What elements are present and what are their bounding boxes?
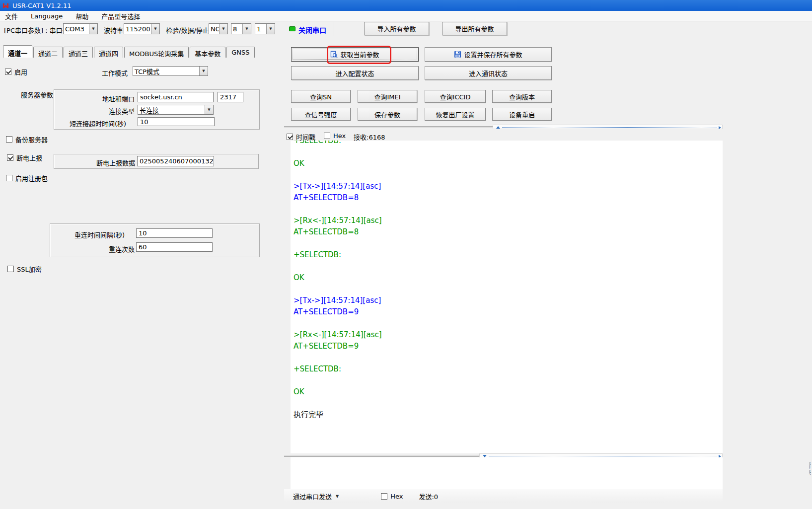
recv-hex-label: Hex — [333, 132, 346, 140]
enter-comm-button[interactable]: 进入通讯状态 — [425, 66, 552, 80]
tab[interactable]: 通道二 — [33, 47, 63, 58]
log-line: OK — [294, 272, 723, 284]
tab[interactable]: 通道一 — [3, 45, 32, 58]
tab[interactable]: 基本参数 — [190, 47, 225, 58]
port-input[interactable]: 2317 — [218, 92, 243, 102]
checkbox-icon — [6, 136, 12, 143]
tab[interactable]: 通道三 — [64, 47, 93, 58]
conn-type-value: 长连接 — [138, 105, 205, 115]
parity-label: 检验/数据/停止 — [166, 25, 209, 35]
splitter-line[interactable] — [284, 126, 493, 128]
close-port-button[interactable]: 关闭串口 — [298, 25, 326, 35]
log-line: 执行完毕 — [294, 409, 723, 421]
chevron-down-icon: ▼ — [242, 24, 251, 34]
ssl-label: SSL加密 — [17, 264, 42, 274]
databits-value: 8 — [231, 25, 242, 33]
export-params-button[interactable]: 导出所有参数 — [442, 22, 507, 35]
query-iccid-button[interactable]: 查询ICCID — [425, 90, 486, 103]
stopbits-select[interactable]: 1 ▼ — [255, 23, 275, 34]
query-version-button[interactable]: 查询版本 — [492, 90, 552, 103]
address-input[interactable]: socket.usr.cn — [138, 92, 214, 102]
baud-select[interactable]: 115200 ▼ — [124, 23, 160, 34]
chevron-down-icon: ▼ — [205, 105, 213, 114]
parity-select[interactable]: NONI ▼ — [209, 23, 228, 34]
import-params-button[interactable]: 导入所有参数 — [364, 22, 429, 35]
log-line: AT+SELECTDB=9 — [294, 306, 723, 318]
enter-config-button[interactable]: 进入配置状态 — [291, 66, 419, 80]
power-report-checkbox[interactable]: 断电上报 — [7, 153, 42, 162]
log-line: AT+SELECTDB=9 — [294, 341, 723, 352]
chevron-down-icon: ▼ — [219, 24, 227, 34]
work-mode-select[interactable]: TCP模式 ▼ — [133, 66, 208, 76]
short-timeout-value: 10 — [140, 118, 148, 126]
checkbox-icon — [5, 69, 11, 75]
receive-log[interactable]: +SELECTDB: OK >[Tx->][14:57:14][asc]AT+S… — [291, 141, 723, 453]
send-input[interactable] — [291, 457, 723, 489]
save-icon — [454, 51, 461, 58]
log-line — [294, 169, 723, 181]
reg-pack-checkbox[interactable]: 启用注册包 — [6, 173, 48, 183]
set-save-params-button[interactable]: 设置并保存所有参数 — [425, 47, 552, 62]
port-value: 2317 — [220, 93, 236, 101]
backup-server-checkbox[interactable]: 备份服务器 — [6, 135, 48, 144]
save-params-button[interactable]: 保存参数 — [358, 108, 417, 121]
tab[interactable]: MODBUS轮询采集 — [124, 47, 189, 58]
menu-item[interactable]: 文件 — [5, 11, 18, 21]
chevron-down-icon[interactable]: ▼ — [336, 494, 339, 499]
log-line: >[Rx<-][14:57:14][asc] — [294, 329, 723, 341]
send-hex-checkbox[interactable]: Hex — [381, 493, 403, 500]
menu-item[interactable]: 产品型号选择 — [101, 11, 140, 21]
splitter-handle[interactable] — [493, 125, 723, 129]
log-line — [294, 375, 723, 386]
log-line — [294, 238, 723, 249]
conn-type-select[interactable]: 长连接 ▼ — [138, 105, 214, 115]
splitter-line[interactable] — [284, 455, 479, 457]
power-report-label: 断电上报 — [16, 153, 42, 162]
menu-item[interactable]: Language — [31, 12, 63, 20]
baud-value: 115200 — [124, 25, 151, 33]
reconnect-interval-value: 10 — [139, 229, 147, 237]
reconnect-interval-label: 重连时间间隔(秒) — [74, 230, 125, 239]
chevron-down-icon: ▼ — [266, 24, 275, 34]
log-line: OK — [294, 158, 723, 169]
tab[interactable]: 通道四 — [94, 47, 123, 58]
clipped-vertical-button[interactable]: 清除 — [810, 462, 812, 493]
set-save-params-label: 设置并保存所有参数 — [464, 50, 522, 59]
log-line: >[Rx<-][14:57:14][asc] — [294, 215, 723, 226]
toolbar-separator — [334, 22, 334, 36]
log-line: +SELECTDB: — [294, 141, 723, 146]
query-sn-button[interactable]: 查询SN — [291, 90, 351, 103]
title-bar: USR-CAT1 V1.2.11 — [0, 0, 812, 11]
chevron-down-icon: ▼ — [151, 24, 159, 34]
log-line: +SELECTDB: — [294, 249, 723, 261]
address-label: 地址和端口 — [102, 94, 135, 103]
conn-type-label: 连接类型 — [109, 106, 135, 116]
log-line: >[Tx->][14:57:14][asc] — [294, 295, 723, 306]
query-signal-button[interactable]: 查信号强度 — [291, 108, 351, 121]
device-restart-button[interactable]: 设备重启 — [492, 108, 552, 121]
tab[interactable]: GNSS — [226, 47, 254, 58]
address-value: socket.usr.cn — [140, 93, 182, 101]
log-line: AT+SELECTDB=8 — [294, 192, 723, 204]
log-line — [294, 352, 723, 364]
enable-checkbox[interactable]: 启用 — [5, 67, 27, 76]
send-serial-button[interactable]: 通过串口发送 — [293, 492, 332, 501]
query-imei-button[interactable]: 查询IMEI — [358, 90, 417, 103]
log-line: AT+SELECTDB=8 — [294, 226, 723, 238]
recv-hex-checkbox[interactable]: Hex — [324, 132, 346, 140]
factory-reset-button[interactable]: 恢复出厂设置 — [425, 108, 486, 121]
baud-label: 波特率 — [104, 25, 123, 35]
ssl-checkbox[interactable]: SSL加密 — [7, 264, 42, 274]
com-port-select[interactable]: COM3 ▼ — [63, 23, 98, 34]
menu-item[interactable]: 帮助 — [75, 11, 88, 21]
databits-select[interactable]: 8 ▼ — [231, 23, 251, 34]
enable-label: 启用 — [14, 67, 27, 76]
reconnect-interval-input[interactable]: 10 — [136, 228, 213, 238]
power-data-input[interactable]: 02500524060700013275:PO — [137, 156, 214, 166]
server-group-label: 服务器参数 — [21, 90, 53, 99]
short-timeout-input[interactable]: 10 — [138, 117, 215, 126]
log-line — [294, 261, 723, 272]
reconnect-count-input[interactable]: 60 — [136, 242, 213, 252]
checkbox-icon — [7, 266, 14, 272]
splitter-dots — [489, 456, 717, 456]
